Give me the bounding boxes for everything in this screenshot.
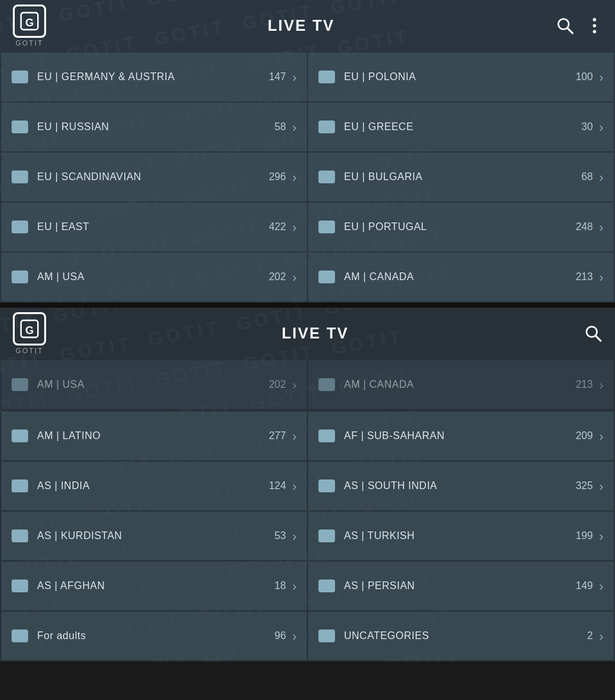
play-icon [318, 270, 335, 284]
list-item[interactable]: For adults 96 › [1, 612, 307, 660]
channel-label: AS | INDIA [37, 480, 269, 492]
chevron-right-icon: › [292, 579, 297, 594]
list-item[interactable]: AM | CANADA 213 › [308, 253, 614, 301]
play-icon [318, 479, 335, 493]
channel-count: 18 [275, 580, 286, 592]
chevron-right-icon: › [599, 429, 603, 444]
list-item[interactable]: AS | PERSIAN 149 › [308, 562, 614, 610]
chevron-right-icon: › [292, 70, 297, 85]
chevron-right-icon: › [292, 170, 297, 185]
list-item[interactable]: AS | KURDISTAN 53 › [1, 512, 307, 560]
list-item[interactable]: EU | EAST 422 › [1, 203, 307, 251]
chevron-right-icon: › [599, 378, 603, 392]
header-icons-1 [556, 17, 602, 35]
channel-label: For adults [37, 630, 275, 642]
chevron-right-icon: › [292, 220, 297, 235]
header-title-2: LIVE TV [46, 324, 584, 342]
list-item[interactable]: AF | SUB-SAHARAN 209 › [308, 412, 614, 460]
logo-icon-2: G [19, 318, 40, 340]
list-item[interactable]: AM | USA 202 › [1, 253, 307, 301]
header-1: G GOTIT LIVE TV [0, 0, 615, 51]
chevron-right-icon: › [599, 529, 603, 544]
list-item[interactable]: EU | RUSSIAN 58 › [1, 103, 307, 151]
play-icon [318, 170, 335, 184]
list-item[interactable]: EU | GREECE 30 › [308, 103, 614, 151]
chevron-right-icon: › [292, 479, 297, 494]
chevron-right-icon: › [599, 479, 603, 494]
svg-line-7 [568, 28, 573, 33]
channel-label: AM | CANADA [344, 379, 576, 390]
list-item[interactable]: AS | TURKISH 199 › [308, 512, 614, 560]
logo-text: GOTIT [15, 39, 44, 47]
list-item[interactable]: EU | BULGARIA 68 › [308, 153, 614, 201]
channel-label: EU | PORTUGAL [344, 221, 576, 233]
search-icon-2 [584, 324, 602, 342]
channel-count: 124 [269, 480, 286, 492]
channel-count: 147 [269, 71, 286, 83]
play-icon [318, 629, 335, 643]
channel-count: 30 [582, 121, 593, 133]
channel-count: 2 [587, 630, 593, 642]
svg-text:G: G [25, 324, 33, 337]
header-2: G GOTIT LIVE TV [0, 308, 615, 359]
more-button[interactable] [587, 17, 602, 35]
grid-2: AM | LATINO 277 › AF | SUB-SAHARAN 209 ›… [0, 410, 615, 662]
chevron-right-icon: › [599, 629, 603, 644]
list-item[interactable]: EU | GERMANY & AUSTRIA 147 › [1, 53, 307, 101]
list-item[interactable]: EU | PORTUGAL 248 › [308, 203, 614, 251]
channel-count: 422 [269, 221, 286, 233]
play-icon [12, 378, 28, 392]
list-item[interactable]: UNCATEGORIES 2 › [308, 612, 614, 660]
channel-label: AS | PERSIAN [344, 580, 576, 592]
search-button-2[interactable] [584, 324, 602, 342]
chevron-right-icon: › [292, 120, 297, 135]
channel-label: AS | TURKISH [344, 530, 576, 542]
svg-point-8 [593, 18, 596, 21]
grid-1: EU | GERMANY & AUSTRIA 147 › EU | POLONI… [0, 51, 615, 303]
channel-count: 199 [576, 530, 593, 542]
list-item[interactable]: AS | AFGHAN 18 › [1, 562, 307, 610]
panel-separator [0, 303, 615, 308]
list-item[interactable]: AM | USA 202 › [1, 360, 307, 409]
channel-label: EU | GERMANY & AUSTRIA [37, 71, 269, 83]
logo-icon: G [19, 10, 40, 32]
list-item[interactable]: AS | SOUTH INDIA 325 › [308, 462, 614, 510]
play-icon [12, 270, 28, 284]
channel-label: UNCATEGORIES [344, 630, 587, 642]
channel-label: AM | CANADA [344, 271, 576, 283]
channel-label: AF | SUB-SAHARAN [344, 430, 576, 442]
svg-point-10 [593, 30, 596, 33]
chevron-right-icon: › [292, 378, 297, 392]
play-icon [318, 120, 335, 134]
channel-count: 100 [576, 71, 593, 83]
channel-count: 202 [269, 271, 286, 283]
channel-label: AM | LATINO [37, 430, 269, 442]
channel-count: 68 [582, 171, 593, 183]
header-title-1: LIVE TV [46, 17, 556, 35]
list-item[interactable]: EU | SCANDINAVIAN 296 › [1, 153, 307, 201]
play-icon [12, 529, 28, 543]
svg-line-34 [596, 336, 601, 341]
channel-label: AM | USA [37, 379, 269, 390]
chevron-right-icon: › [599, 270, 603, 285]
chevron-right-icon: › [292, 429, 297, 444]
search-button-1[interactable] [556, 17, 574, 35]
list-item[interactable]: AM | LATINO 277 › [1, 412, 307, 460]
svg-text:G: G [25, 17, 33, 29]
play-icon [318, 579, 335, 593]
channel-label: AS | AFGHAN [37, 580, 275, 592]
more-icon [587, 17, 602, 35]
list-item[interactable]: AM | CANADA 213 › [308, 360, 614, 409]
play-icon [318, 70, 335, 84]
logo-box: G [13, 4, 46, 38]
channel-count: 149 [576, 580, 593, 592]
channel-label: AS | SOUTH INDIA [344, 480, 576, 492]
chevron-right-icon: › [599, 70, 603, 85]
channel-label: EU | EAST [37, 221, 269, 233]
play-icon [12, 479, 28, 493]
list-item[interactable]: EU | POLONIA 100 › [308, 53, 614, 101]
play-icon [12, 429, 28, 443]
list-item[interactable]: AS | INDIA 124 › [1, 462, 307, 510]
channel-count: 209 [576, 430, 593, 442]
chevron-right-icon: › [599, 170, 603, 185]
